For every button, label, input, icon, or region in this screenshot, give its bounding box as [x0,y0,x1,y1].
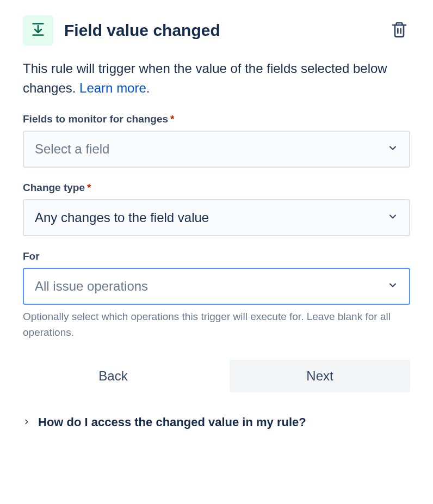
required-asterisk: * [170,113,174,125]
description-text: This rule will trigger when the value of… [23,61,387,95]
chevron-right-icon [23,417,30,428]
select-placeholder: Select a field [35,142,109,157]
trash-icon [391,20,408,41]
back-button[interactable]: Back [23,360,203,392]
fields-monitor-label: Fields to monitor for changes* [23,113,410,125]
fields-monitor-select[interactable]: Select a field [23,131,410,168]
expander-label: How do I access the changed value in my … [38,415,306,429]
chevron-down-icon [387,280,398,293]
help-expander[interactable]: How do I access the changed value in my … [23,412,410,433]
for-label: For [23,250,410,262]
for-help-text: Optionally select which operations this … [23,309,410,340]
select-value: Any changes to the field value [35,210,209,225]
select-placeholder: All issue operations [35,279,148,294]
page-title: Field value changed [64,21,378,40]
label-text: For [23,250,40,262]
download-arrow-icon [30,22,46,39]
for-select[interactable]: All issue operations [23,268,410,305]
rule-config-panel: Field value changed This rule will trigg… [0,0,433,454]
next-button[interactable]: Next [230,360,410,392]
learn-more-link[interactable]: Learn more. [79,81,150,95]
chevron-down-icon [387,211,398,224]
trigger-icon-box [23,15,53,46]
change-type-select[interactable]: Any changes to the field value [23,199,410,236]
label-text: Fields to monitor for changes [23,113,168,125]
change-type-group: Change type* Any changes to the field va… [23,182,410,236]
delete-button[interactable] [388,20,410,41]
for-group: For All issue operations Optionally sele… [23,250,410,340]
chevron-down-icon [387,143,398,156]
fields-monitor-group: Fields to monitor for changes* Select a … [23,113,410,168]
label-text: Change type [23,182,85,193]
change-type-label: Change type* [23,182,410,194]
button-row: Back Next [23,360,410,392]
required-asterisk: * [87,182,91,193]
rule-description: This rule will trigger when the value of… [23,59,410,98]
header-row: Field value changed [23,15,410,46]
